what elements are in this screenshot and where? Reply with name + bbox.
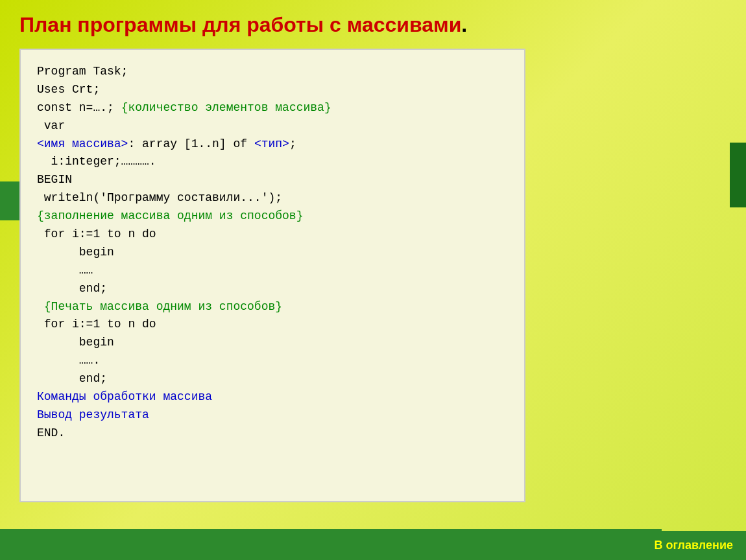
code-line-8: writeln('Программу составили...'); — [37, 189, 508, 207]
code-line-19: Команды обработки массива — [37, 388, 508, 406]
code-line-10: for i:=1 to n do — [37, 226, 508, 244]
code-line-21: END. — [37, 425, 508, 443]
code-line-13: end; — [37, 280, 508, 298]
code-line-20: Вывод результата — [37, 406, 508, 425]
back-to-contents-button[interactable]: В оглавление — [642, 531, 746, 560]
bottom-bar — [0, 529, 662, 560]
code-line-17: ……. — [37, 352, 508, 370]
code-line-12: …… — [37, 262, 508, 280]
page-title: План программы для работы с массивами. — [19, 13, 727, 37]
code-line-3: const n=….; {количество элементов массив… — [37, 99, 508, 117]
code-line-16: begin — [37, 334, 508, 352]
sidebar-right-accent — [730, 143, 746, 207]
code-line-2: Uses Crt; — [37, 81, 508, 99]
code-line-5: <имя массива>: array [1..n] of <тип>; — [37, 135, 508, 154]
page-container: План программы для работы с массивами. P… — [0, 0, 746, 560]
code-line-15: for i:=1 to n do — [37, 316, 508, 334]
code-line-14: {Печать массива одним из способов} — [37, 298, 508, 316]
code-line-9: {заполнение массива одним из способов} — [37, 207, 508, 226]
code-line-1: Program Task; — [37, 63, 508, 81]
code-line-7: BEGIN — [37, 171, 508, 189]
title-dot: . — [461, 13, 467, 36]
code-line-6: i:integer;…………. — [37, 153, 508, 171]
code-block: Program Task; Uses Crt; const n=….; {кол… — [19, 49, 525, 502]
code-line-11: begin — [37, 244, 508, 262]
code-line-4: var — [37, 117, 508, 135]
code-line-18: end; — [37, 370, 508, 388]
title-text: План программы для работы с массивами — [19, 13, 461, 36]
